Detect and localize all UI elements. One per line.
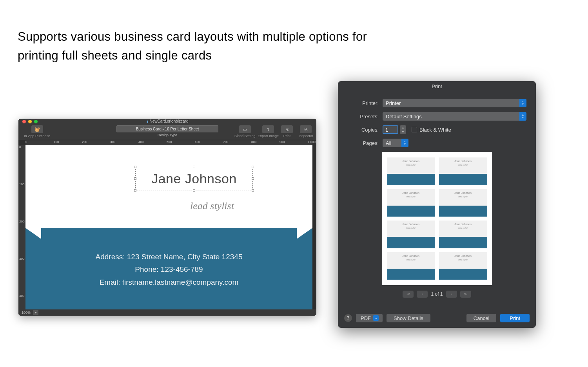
name-text-box[interactable]: Jane Johnson: [135, 167, 253, 190]
chevron-down-icon: ⌄: [373, 315, 379, 321]
preview-card: Jane Johnsonlead stylist: [439, 189, 487, 217]
cancel-button[interactable]: Cancel: [466, 314, 496, 322]
preview-card: Jane Johnsonlead stylist: [387, 157, 435, 185]
inspector-icon: iA: [304, 127, 307, 131]
bleed-setting-label: Bleed Setting: [234, 134, 256, 138]
basket-icon: 🧺: [34, 127, 40, 132]
first-page-button[interactable]: ≪: [403, 291, 414, 298]
marketing-caption: Supports various business card layouts w…: [18, 27, 367, 65]
copies-input[interactable]: [383, 125, 398, 134]
document-title: NewCard.orionbizcard: [18, 119, 316, 124]
select-arrows-icon: ▲▼: [519, 112, 526, 121]
preview-card-name: Jane Johnson: [439, 192, 487, 194]
preview-card-bottom: [387, 269, 435, 280]
bleed-icon: ▭: [243, 127, 247, 132]
design-type-label: Design Type: [116, 133, 218, 137]
printer-label: Printer:: [347, 100, 383, 106]
preview-card: Jane Johnsonlead stylist: [387, 252, 435, 280]
design-type-dropdown[interactable]: Business Card - 10 Per Letter Sheet: [116, 125, 218, 132]
pdf-label: PDF: [361, 315, 371, 321]
ruler-tick: 200: [82, 140, 87, 144]
preview-card: Jane Johnsonlead stylist: [439, 221, 487, 248]
selection-handle-icon[interactable]: [252, 189, 254, 192]
ruler-tick: 0: [19, 145, 21, 149]
vertical-ruler: 0100200300400: [18, 145, 25, 309]
pages-select[interactable]: All ▲▼: [383, 139, 408, 147]
selection-handle-icon[interactable]: [252, 166, 254, 168]
editor-window: NewCard.orionbizcard 🧺 In-App Purchase B…: [18, 119, 316, 316]
in-app-purchase-button[interactable]: 🧺 In-App Purchase: [24, 125, 50, 138]
horizontal-ruler: 01002003004005006007008009001,000: [25, 140, 312, 145]
pages-label: Pages:: [347, 140, 383, 146]
in-app-purchase-label: In-App Purchase: [24, 134, 50, 138]
export-image-label: Export Image: [258, 134, 279, 138]
export-icon: ⇪: [267, 127, 270, 132]
selection-handle-icon[interactable]: [134, 177, 136, 180]
print-button[interactable]: 🖨 Print: [281, 125, 293, 138]
card-bottom-panel[interactable]: Address: 123 Street Name, City State 123…: [25, 239, 312, 309]
ruler-tick: 0: [25, 140, 27, 144]
ruler-tick: 800: [251, 140, 256, 144]
editor-statusbar: 100% ▾: [18, 309, 316, 316]
preview-card-bottom: [387, 237, 435, 248]
email-text[interactable]: Email: firstname.lastname@company.com: [25, 276, 312, 289]
printer-icon: 🖨: [285, 127, 289, 132]
selection-handle-icon[interactable]: [193, 189, 195, 192]
ruler-tick: 200: [19, 220, 24, 223]
preview-card: Jane Johnsonlead stylist: [439, 252, 487, 280]
presets-label: Presets:: [347, 114, 383, 119]
inspector-label: Inspector: [299, 134, 313, 138]
ruler-tick: 100: [54, 140, 59, 144]
next-page-button[interactable]: ›: [446, 291, 457, 298]
select-arrows-icon: ▲▼: [519, 99, 526, 107]
help-button[interactable]: ?: [344, 314, 352, 322]
preview-card: Jane Johnsonlead stylist: [387, 189, 435, 217]
print-preview-sheet: Jane Johnsonlead stylistJane Johnsonlead…: [382, 152, 492, 285]
select-arrows-icon: ▲▼: [401, 139, 408, 147]
copies-stepper[interactable]: ▲▼: [400, 125, 406, 134]
print-dialog: Print Printer: Printer ▲▼ Presets: Defau…: [338, 81, 536, 328]
preview-card-sub: lead stylist: [439, 164, 487, 166]
caption-line-2: printing full sheets and single cards: [18, 49, 212, 62]
preview-pager: ≪ ‹ 1 of 1 › ≫: [347, 291, 526, 298]
subtitle-text[interactable]: lead stylist: [190, 200, 234, 212]
bw-label: Black & White: [419, 127, 451, 133]
zoom-stepper-icon[interactable]: ▾: [33, 310, 38, 315]
design-type-value: Business Card - 10 Per Letter Sheet: [136, 127, 199, 131]
ruler-tick: 1,000: [308, 140, 316, 144]
export-image-button[interactable]: ⇪ Export Image: [258, 125, 279, 138]
preview-card-name: Jane Johnson: [387, 192, 435, 194]
editor-toolbar: 🧺 In-App Purchase Business Card - 10 Per…: [18, 124, 316, 140]
design-canvas[interactable]: Jane Johnson lead stylist Address: 123 S…: [25, 145, 312, 309]
selection-handle-icon[interactable]: [134, 166, 136, 168]
phone-text[interactable]: Phone: 123-456-789: [25, 263, 312, 276]
print-confirm-button[interactable]: Print: [500, 314, 530, 322]
page-indicator: 1 of 1: [431, 291, 443, 297]
prev-page-button[interactable]: ‹: [417, 291, 428, 298]
inspector-button[interactable]: iA Inspector: [299, 125, 313, 138]
selection-handle-icon[interactable]: [134, 189, 136, 192]
presets-select[interactable]: Default Settings ▲▼: [383, 112, 526, 121]
ruler-tick: 700: [223, 140, 228, 144]
printer-select[interactable]: Printer ▲▼: [383, 99, 526, 107]
preview-card-name: Jane Johnson: [439, 255, 487, 257]
preview-card-bottom: [439, 206, 487, 217]
last-page-button[interactable]: ≫: [460, 291, 471, 298]
preview-card-name: Jane Johnson: [439, 160, 487, 163]
copies-label: Copies:: [347, 127, 383, 133]
ruler-tick: 900: [279, 140, 285, 144]
name-text: Jane Johnson: [151, 171, 237, 186]
design-type-group: Business Card - 10 Per Letter Sheet Desi…: [116, 125, 218, 137]
selection-handle-icon[interactable]: [252, 177, 254, 180]
bleed-setting-button[interactable]: ▭ Bleed Setting: [234, 125, 256, 138]
selection-handle-icon[interactable]: [193, 166, 195, 168]
presets-value: Default Settings: [386, 114, 422, 119]
print-dialog-title: Print: [338, 81, 536, 92]
caption-line-1: Supports various business card layouts w…: [18, 30, 367, 43]
address-text[interactable]: Address: 123 Street Name, City State 123…: [25, 251, 312, 263]
pdf-dropdown-button[interactable]: PDF ⌄: [356, 314, 383, 322]
show-details-button[interactable]: Show Details: [387, 314, 430, 322]
ruler-tick: 300: [110, 140, 115, 144]
zoom-value[interactable]: 100%: [22, 311, 31, 315]
bw-checkbox[interactable]: [412, 127, 417, 132]
